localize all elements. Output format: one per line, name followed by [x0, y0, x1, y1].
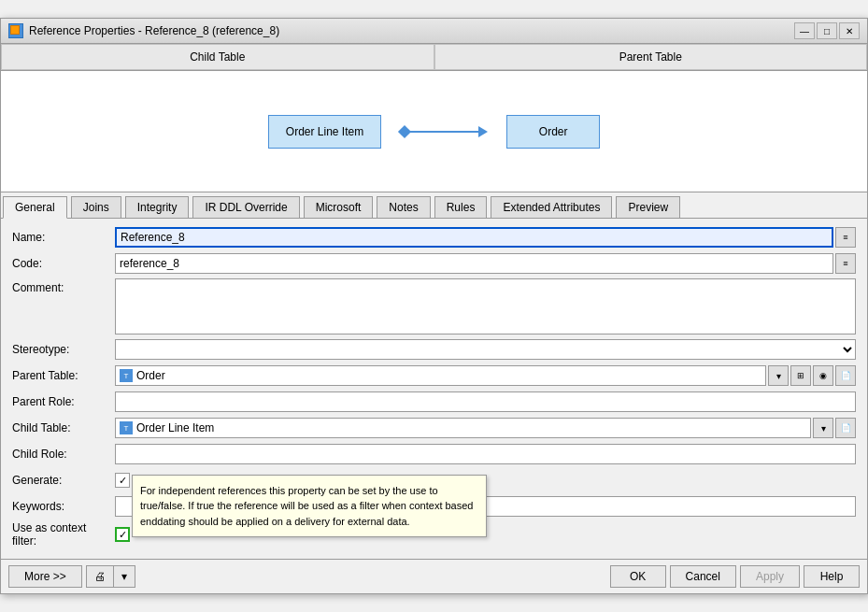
- parent-table-row: Parent Table: T Order ▾ ⊞ ◉ 📄: [12, 364, 856, 387]
- parent-table-props-btn[interactable]: ◉: [813, 365, 833, 386]
- parent-role-input[interactable]: [115, 391, 856, 412]
- arrow-head: [478, 126, 488, 137]
- bottom-bar: More >> 🖨 ▾ OK Cancel Apply Help: [1, 559, 867, 593]
- comment-textarea[interactable]: [115, 278, 856, 334]
- parent-role-row: Parent Role:: [12, 391, 856, 413]
- code-row: Code: ≡: [12, 252, 856, 275]
- print-dropdown-btn[interactable]: ▾: [113, 565, 135, 588]
- diagram-area: Order Line Item Order: [1, 71, 867, 192]
- tab-microsoft[interactable]: Microsoft: [304, 196, 374, 218]
- stereotype-select[interactable]: [115, 339, 856, 360]
- more-button[interactable]: More >>: [8, 565, 82, 588]
- generate-label: Generate:: [12, 474, 115, 487]
- parent-box: Order: [506, 115, 600, 149]
- tab-joins[interactable]: Joins: [71, 196, 121, 218]
- name-label: Name:: [12, 231, 115, 244]
- window-title: Reference Properties - Reference_8 (refe…: [29, 24, 279, 37]
- parent-table-value: Order: [136, 369, 165, 382]
- titlebar-controls: — □ ✕: [794, 22, 860, 39]
- code-label: Code:: [12, 257, 115, 270]
- minimize-button[interactable]: —: [794, 22, 815, 39]
- print-group: 🖨 ▾: [86, 565, 135, 588]
- titlebar: Reference Properties - Reference_8 (refe…: [1, 19, 867, 44]
- stereotype-row: Stereotype:: [12, 338, 856, 361]
- tooltip-box: For independent references this property…: [132, 475, 487, 538]
- context-filter-label: Use as context filter:: [12, 521, 115, 548]
- child-table-header: Child Table: [1, 44, 434, 70]
- ok-button[interactable]: OK: [610, 565, 666, 588]
- window: Reference Properties - Reference_8 (refe…: [0, 18, 868, 594]
- code-input-group: ≡: [115, 253, 856, 274]
- diagram-arrow: [400, 126, 488, 137]
- child-table-icon: T: [120, 421, 133, 434]
- keywords-label: Keywords:: [12, 500, 115, 513]
- tab-general[interactable]: General: [3, 196, 67, 219]
- stereotype-label: Stereotype:: [12, 343, 115, 356]
- parent-table-new-btn[interactable]: 📄: [835, 365, 856, 386]
- name-row: Name: ≡: [12, 226, 856, 249]
- close-button[interactable]: ✕: [839, 22, 860, 39]
- tab-rules[interactable]: Rules: [434, 196, 488, 218]
- tab-notes[interactable]: Notes: [377, 196, 430, 218]
- arrow-line: [405, 131, 479, 133]
- child-box: Order Line Item: [268, 115, 381, 149]
- parent-table-input-group: T Order ▾ ⊞ ◉ 📄: [115, 365, 856, 386]
- parent-table-label: Parent Table:: [12, 369, 115, 382]
- help-button[interactable]: Help: [804, 565, 860, 588]
- table-header: Child Table Parent Table: [1, 44, 867, 71]
- parent-table-dropdown-btn[interactable]: ▾: [768, 365, 789, 386]
- child-role-input[interactable]: [115, 444, 856, 464]
- apply-button[interactable]: Apply: [740, 565, 800, 588]
- child-table-input-group: T Order Line Item ▾ 📄: [115, 418, 856, 438]
- tab-integrity[interactable]: Integrity: [125, 196, 190, 218]
- window-icon: [8, 23, 23, 38]
- child-table-label: Child Table:: [12, 421, 115, 434]
- child-table-new-btn[interactable]: 📄: [835, 418, 856, 438]
- name-input[interactable]: [115, 227, 833, 248]
- parent-table-pick-btn[interactable]: ⊞: [790, 365, 811, 386]
- child-table-dropdown-btn[interactable]: ▾: [813, 418, 833, 438]
- comment-row: Comment:: [12, 278, 856, 334]
- tooltip-text: For independent references this property…: [140, 485, 473, 527]
- generate-checkbox[interactable]: [115, 473, 130, 488]
- tab-ir-ddl[interactable]: IR DDL Override: [192, 196, 299, 218]
- context-filter-checkbox[interactable]: [115, 527, 130, 542]
- comment-label: Comment:: [12, 278, 115, 294]
- maximize-button[interactable]: □: [817, 22, 837, 39]
- parent-role-label: Parent Role:: [12, 395, 115, 408]
- tab-preview[interactable]: Preview: [616, 196, 680, 218]
- tabs-bar: General Joins Integrity IR DDL Override …: [1, 192, 867, 219]
- child-role-row: Child Role:: [12, 443, 856, 465]
- child-table-value: Order Line Item: [136, 421, 214, 434]
- code-extra-btn[interactable]: ≡: [835, 253, 856, 274]
- tab-extended[interactable]: Extended Attributes: [491, 196, 612, 218]
- child-table-row: Child Table: T Order Line Item ▾ 📄: [12, 417, 856, 439]
- cancel-button[interactable]: Cancel: [670, 565, 736, 588]
- name-extra-btn[interactable]: ≡: [835, 227, 856, 248]
- parent-table-icon: T: [120, 369, 133, 382]
- print-button[interactable]: 🖨: [86, 565, 113, 588]
- parent-table-header: Parent Table: [434, 44, 868, 70]
- child-role-label: Child Role:: [12, 448, 115, 461]
- code-input[interactable]: [115, 253, 833, 274]
- name-input-group: ≡: [115, 227, 856, 248]
